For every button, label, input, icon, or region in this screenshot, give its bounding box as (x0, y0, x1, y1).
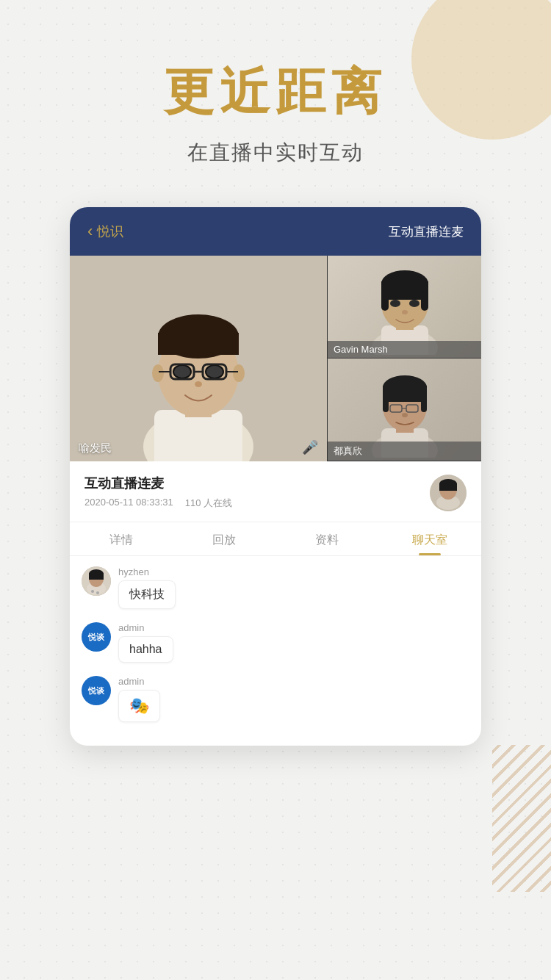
chat-bubble-1: 快科技 (118, 580, 176, 609)
info-meta: 2020-05-11 08:33:31 110 人在线 (84, 497, 421, 510)
chat-body-1: hyzhen 快科技 (118, 566, 176, 609)
mic-icon: 🎤 (302, 439, 318, 455)
svg-point-38 (402, 413, 408, 417)
card-header: ‹ 悦识 互动直播连麦 (70, 207, 481, 256)
svg-rect-43 (439, 483, 457, 491)
chat-username-1: hyzhen (118, 566, 176, 577)
host-avatar (430, 475, 467, 511)
back-button[interactable]: ‹ 悦识 (87, 222, 123, 241)
svg-point-7 (233, 364, 245, 382)
headline: 更近距离 (164, 59, 387, 126)
chat-avatar-hyzhen (82, 566, 111, 596)
svg-rect-5 (158, 333, 239, 355)
svg-point-50 (96, 591, 99, 594)
video-side-item-1: Gavin Marsh (327, 256, 481, 359)
chat-message-1: hyzhen 快科技 (82, 566, 469, 609)
chat-body-3: admin 🎭 (118, 676, 160, 722)
tab-details[interactable]: 详情 (70, 522, 173, 555)
chat-bubble-2: hahha (118, 636, 173, 663)
info-title: 互动直播连麦 (84, 475, 421, 492)
logo-text-1: 悦谈 (88, 632, 104, 643)
svg-rect-33 (383, 396, 389, 412)
video-side: Gavin Marsh (327, 256, 481, 461)
back-chevron-icon: ‹ (87, 222, 93, 241)
info-text: 互动直播连麦 2020-05-11 08:33:31 110 人在线 (84, 475, 421, 510)
svg-rect-23 (421, 290, 428, 311)
chat-body-2: admin hahha (118, 622, 173, 663)
deco-bottom-right (492, 745, 551, 892)
svg-rect-34 (421, 396, 427, 412)
svg-point-15 (195, 381, 202, 387)
svg-point-25 (409, 300, 419, 307)
chat-message-2: 悦谈 admin hahha (82, 622, 469, 663)
chat-section: hyzhen 快科技 悦谈 admin hahha 悦谈 (70, 556, 481, 746)
svg-point-24 (390, 300, 400, 307)
svg-point-9 (206, 365, 223, 378)
tabs: 详情 回放 资料 聊天室 (70, 522, 481, 556)
video-side-item-2: 都真欣 (327, 359, 481, 461)
main-person-avatar (132, 292, 264, 461)
tab-materials[interactable]: 资料 (276, 522, 378, 555)
chat-username-2: admin (118, 622, 173, 633)
subtitle: 在直播中实时互动 (187, 139, 364, 167)
live-label: 互动直播连麦 (389, 223, 464, 240)
main-video-label: 喻发民 (79, 442, 112, 455)
main-content: 更近距离 在直播中实时互动 ‹ 悦识 互动直播连麦 (0, 0, 551, 746)
svg-rect-32 (383, 386, 427, 402)
back-label: 悦识 (97, 223, 123, 240)
info-section: 互动直播连麦 2020-05-11 08:33:31 110 人在线 (70, 461, 481, 522)
chat-avatar-admin-1: 悦谈 (82, 622, 111, 652)
chat-bubble-3: 🎭 (118, 690, 160, 722)
side-label-1: Gavin Marsh (328, 341, 481, 358)
info-date: 2020-05-11 08:33:31 (84, 497, 173, 510)
video-main: 喻发民 🎤 (70, 256, 327, 461)
phone-card: ‹ 悦识 互动直播连麦 (70, 207, 481, 746)
svg-point-6 (152, 364, 164, 382)
chat-message-3: 悦谈 admin 🎭 (82, 676, 469, 722)
chat-username-3: admin (118, 676, 160, 687)
logo-text-2: 悦谈 (88, 685, 104, 696)
info-online: 110 人在线 (185, 497, 232, 510)
svg-rect-48 (89, 573, 104, 580)
svg-point-26 (402, 310, 408, 314)
side-label-2: 都真欣 (328, 442, 481, 461)
svg-point-8 (173, 365, 191, 378)
svg-point-49 (91, 590, 94, 593)
chat-avatar-admin-2: 悦谈 (82, 676, 111, 705)
video-grid: 喻发民 🎤 (70, 256, 481, 461)
svg-rect-1 (154, 410, 242, 461)
tab-chat[interactable]: 聊天室 (378, 522, 481, 555)
tab-replay[interactable]: 回放 (173, 522, 276, 555)
svg-rect-22 (381, 290, 389, 311)
